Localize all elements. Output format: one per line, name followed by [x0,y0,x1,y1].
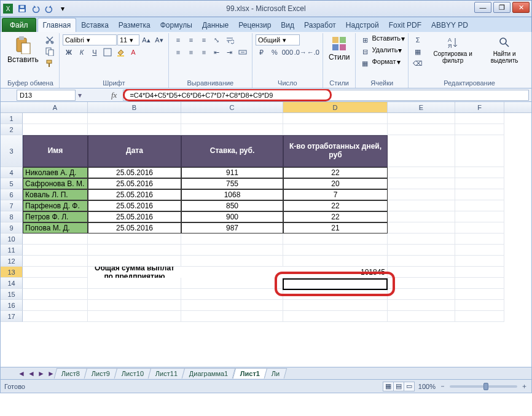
cell[interactable] [181,267,283,278]
tab-formulas[interactable]: Формулы [155,18,197,32]
minimize-button[interactable]: — [474,2,491,13]
paste-button[interactable]: Вставить [5,34,41,65]
save-icon[interactable] [16,2,28,15]
currency-icon[interactable]: ₽ [256,47,268,58]
cut-icon[interactable] [44,34,56,45]
autosum-icon[interactable]: Σ [412,34,424,45]
row-header[interactable]: 3 [1,135,23,167]
cell[interactable] [455,113,504,124]
cell[interactable] [88,124,181,135]
tab-review[interactable]: Рецензир [233,18,276,32]
cell[interactable] [23,278,88,289]
cell[interactable] [181,234,283,245]
sheet-tab[interactable]: Ли [264,368,288,379]
table-cell[interactable]: 1068 [181,189,283,200]
cell[interactable] [283,289,388,300]
col-header-e[interactable]: E [388,102,455,112]
cell[interactable] [88,278,181,289]
cell[interactable] [283,278,388,289]
row-header[interactable]: 6 [1,189,23,200]
row-header[interactable]: 13 [1,267,23,278]
row-header[interactable]: 4 [1,167,23,178]
cell[interactable] [181,113,283,124]
delete-cells-label[interactable]: Удалить [372,46,397,57]
font-name-combo[interactable]: Calibri▾ [63,34,117,45]
col-header-a[interactable]: A [23,102,88,112]
cell[interactable] [181,124,283,135]
cell[interactable] [455,135,504,167]
cell[interactable] [283,300,388,311]
tab-abbyy[interactable]: ABBYY PD [426,18,473,32]
cell[interactable] [283,234,388,245]
table-name-cell[interactable]: Николаев А. Д. [23,167,88,178]
cell[interactable] [455,124,504,135]
table-cell[interactable]: 25.05.2016 [88,200,181,211]
cell[interactable] [283,124,388,135]
table-cell[interactable]: 7 [283,189,388,200]
styles-button[interactable]: Стили [326,34,353,63]
align-left-icon[interactable]: ≡ [172,47,184,58]
cell[interactable] [23,245,88,256]
cell[interactable] [181,300,283,311]
table-cell[interactable]: 25.05.2016 [88,178,181,189]
cell[interactable] [455,289,504,300]
namebox-dropdown-icon[interactable]: ▾ [78,91,82,100]
tab-addins[interactable]: Надстрой [341,18,384,32]
grow-font-icon[interactable]: A▴ [140,34,152,45]
zoom-in-icon[interactable]: ＋ [521,382,528,391]
table-name-cell[interactable]: Петров Ф. Л. [23,211,88,222]
sheet-nav-next-icon[interactable]: ► [36,369,46,379]
cell[interactable] [388,189,455,200]
cell[interactable] [455,311,504,322]
indent-dec-icon[interactable]: ⇤ [211,47,223,58]
font-color-icon[interactable]: A [127,47,139,58]
cell[interactable] [388,222,455,234]
copy-icon[interactable] [44,46,56,57]
shrink-font-icon[interactable]: A▾ [153,34,165,45]
tab-data[interactable]: Данные [197,18,233,32]
inc-decimal-icon[interactable]: .0→ [294,47,307,58]
cell[interactable] [388,300,455,311]
cell[interactable] [388,256,455,267]
cell[interactable] [388,124,455,135]
sheet-tab[interactable]: Лист11 [148,368,186,379]
col-header-f[interactable]: F [455,102,504,112]
cell[interactable] [88,300,181,311]
row-header[interactable]: 9 [1,222,23,234]
sheet-tab[interactable]: Лист9 [84,368,118,379]
merge-center-icon[interactable] [237,47,249,58]
table-cell[interactable]: 25.05.2016 [88,167,181,178]
cell[interactable] [283,311,388,322]
row-header[interactable]: 8 [1,211,23,222]
cell[interactable] [388,311,455,322]
border-icon[interactable] [101,47,114,58]
table-cell[interactable]: 25.05.2016 [88,211,181,222]
tab-insert[interactable]: Вставка [76,18,114,32]
cell[interactable] [88,245,181,256]
col-header-c[interactable]: C [181,102,283,112]
cell[interactable] [23,289,88,300]
cell[interactable] [388,267,455,278]
cell[interactable] [388,113,455,124]
cell[interactable] [88,289,181,300]
file-tab[interactable]: Файл [2,18,36,32]
cell[interactable] [88,113,181,124]
cell[interactable] [23,256,88,267]
cell[interactable] [455,300,504,311]
cell[interactable] [388,211,455,222]
align-center-icon[interactable]: ≡ [185,47,197,58]
cell[interactable] [88,234,181,245]
name-box[interactable]: D13 [17,90,76,101]
cell[interactable] [181,256,283,267]
table-cell[interactable]: 22 [283,200,388,211]
table-name-cell[interactable]: Попова М. Д. [23,222,88,234]
tab-view[interactable]: Вид [276,18,299,32]
formula-input[interactable]: =C4*D4+C5*D5+C6*D6+C7*D7+C8*D8+C9*D9 [123,90,529,101]
table-cell[interactable]: 755 [181,178,283,189]
row-header[interactable]: 1 [1,113,23,124]
cell[interactable] [455,222,504,234]
row-header[interactable]: 14 [1,278,23,289]
row-header[interactable]: 7 [1,200,23,211]
fill-icon[interactable]: ▦ [412,46,424,57]
orientation-icon[interactable]: ⤡ [211,34,223,45]
